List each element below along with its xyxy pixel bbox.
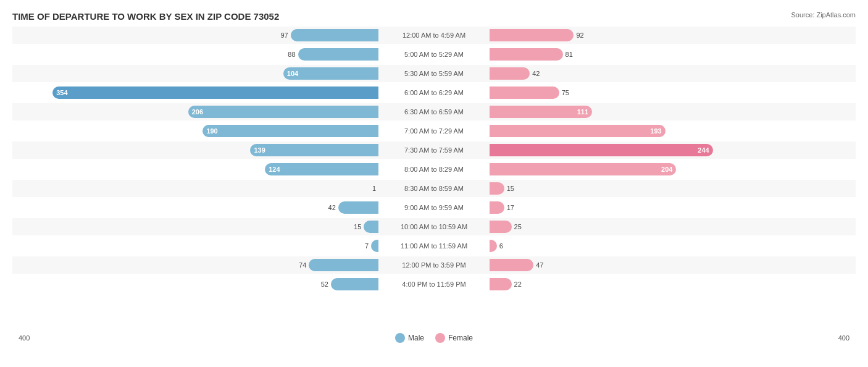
legend: Male Female [395,333,473,343]
female-bar-area: 92 [490,29,856,41]
female-bar [490,240,497,252]
female-bar [490,278,512,290]
female-value: 75 [562,89,569,96]
female-value: 47 [536,261,543,269]
male-bar-area: 88 [12,48,378,61]
chart-row: 1045:30 AM to 5:59 AM42 [12,65,856,82]
legend-male: Male [395,333,424,343]
chart-title: TIME OF DEPARTURE TO WORK BY SEX IN ZIP … [12,11,856,22]
chart-row: 1907:00 AM to 7:29 AM193 [12,122,856,140]
female-value: 204 [661,166,672,173]
female-bar-area: 17 [490,201,856,214]
male-bar: 354 [52,86,378,99]
female-bar [490,259,533,271]
female-bar-area: 111 [490,106,856,118]
female-bar-area: 47 [490,259,856,271]
female-bar: 244 [490,144,713,156]
chart-area: 9712:00 AM to 4:59 AM92885:00 AM to 5:29… [12,27,856,329]
time-label: 6:30 AM to 6:59 AM [378,108,490,116]
male-value: 104 [287,70,298,77]
female-value: 42 [532,70,540,77]
chart-row: 9712:00 AM to 4:59 AM92 [12,27,856,44]
female-value: 6 [499,242,503,250]
axis-left-label: 400 [19,334,30,342]
male-bar-area: 190 [12,125,378,137]
male-bar [371,240,378,252]
time-label: 11:00 AM to 11:59 AM [378,242,490,250]
female-bar-area: 75 [490,86,856,99]
time-label: 5:30 AM to 5:59 AM [378,70,490,77]
male-bar-area: 139 [12,144,378,156]
female-value: 111 [577,108,588,116]
female-bar-area: 25 [490,221,856,233]
male-value: 1 [372,185,376,192]
time-label: 5:00 AM to 5:29 AM [378,51,490,58]
male-bar-area: 104 [12,67,378,80]
female-value: 81 [565,51,573,58]
male-bar [338,201,378,214]
male-value: 190 [206,127,217,135]
chart-container: TIME OF DEPARTURE TO WORK BY SEX IN ZIP … [0,0,868,367]
axis-right-label: 400 [838,334,849,342]
male-value: 206 [192,108,203,116]
female-bar: 111 [490,106,592,118]
male-bar [309,259,378,271]
female-bar [490,48,563,61]
male-bar [298,48,378,61]
female-value: 15 [507,185,514,192]
male-value: 7 [365,242,369,250]
time-label: 4:00 PM to 11:59 PM [378,281,490,288]
female-legend-label: Female [448,334,473,342]
chart-row: 1248:00 AM to 8:29 AM204 [12,161,856,178]
chart-row: 711:00 AM to 11:59 AM6 [12,237,856,255]
chart-row: 1510:00 AM to 10:59 AM25 [12,218,856,235]
time-label: 7:00 AM to 7:29 AM [378,127,490,135]
female-value: 22 [514,281,522,288]
female-bar [490,67,530,80]
female-bar-area: 22 [490,278,856,290]
time-label: 10:00 AM to 10:59 AM [378,223,490,230]
time-label: 6:00 AM to 6:29 AM [378,89,490,96]
male-bar-area: 52 [12,278,378,290]
female-bar-area: 81 [490,48,856,61]
female-bar: 204 [490,163,676,175]
male-bar: 124 [265,163,378,175]
female-bar-area: 193 [490,125,856,137]
male-value: 15 [354,223,361,230]
female-legend-icon [435,333,445,343]
male-bar-area: 7 [12,240,378,252]
chart-row: 7412:00 PM to 3:59 PM47 [12,256,856,274]
male-bar-area: 42 [12,201,378,214]
male-bar-area: 97 [12,29,378,41]
female-value: 17 [507,204,514,211]
time-label: 12:00 AM to 4:59 AM [378,32,490,39]
male-bar-area: 206 [12,106,378,118]
female-bar [490,86,559,99]
female-value: 92 [576,32,583,39]
male-bar-area: 1 [12,182,378,195]
male-value: 88 [288,51,295,58]
male-value: 74 [299,261,306,269]
female-value: 25 [514,223,522,230]
female-bar-area: 204 [490,163,856,175]
male-bar-area: 124 [12,163,378,175]
time-label: 8:00 AM to 8:29 AM [378,166,490,173]
male-legend-label: Male [408,334,424,342]
legend-female: Female [435,333,473,343]
male-bar: 104 [283,67,378,80]
female-bar-area: 42 [490,67,856,80]
chart-row: 524:00 PM to 11:59 PM22 [12,276,856,293]
female-bar [490,182,504,195]
female-bar [490,221,512,233]
female-value: 244 [698,146,709,154]
source-label: Source: ZipAtlas.com [791,11,856,19]
time-label: 7:30 AM to 7:59 AM [378,146,490,154]
male-bar [331,278,378,290]
male-legend-icon [395,333,405,343]
female-bar-area: 6 [490,240,856,252]
male-bar-area: 74 [12,259,378,271]
chart-row: 2066:30 AM to 6:59 AM111 [12,103,856,120]
male-value: 354 [56,89,67,96]
chart-footer: 400 Male Female 400 [12,333,856,343]
male-value: 97 [280,32,288,39]
